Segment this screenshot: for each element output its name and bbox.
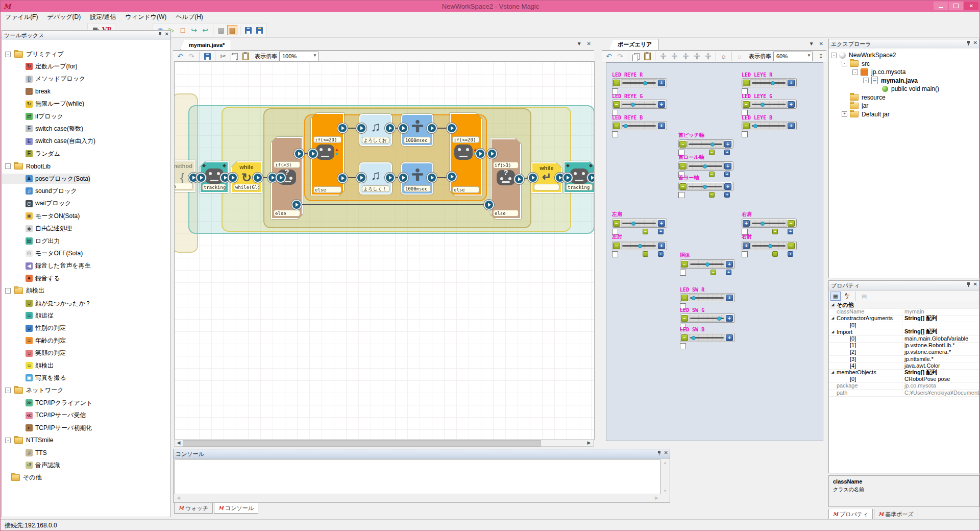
toolbox-item[interactable]: ▣写真を撮る bbox=[2, 373, 66, 383]
copy-pose-icon[interactable] bbox=[631, 51, 641, 61]
decrement-button[interactable]: − bbox=[681, 261, 688, 268]
pose-right-arm-icon[interactable] bbox=[680, 51, 691, 61]
apply-pose-icon[interactable]: ☼ bbox=[734, 51, 745, 61]
connector-port[interactable] bbox=[475, 149, 485, 159]
toolbox-group-3[interactable]: -ネットワーク bbox=[2, 385, 63, 396]
tab-list-dropdown-icon[interactable]: ▼ bbox=[809, 41, 814, 46]
toolbox-item[interactable]: ☺顔検出 bbox=[2, 360, 54, 371]
collapse-expander-icon[interactable]: - bbox=[842, 61, 847, 66]
cut-icon[interactable]: ✂ bbox=[218, 51, 228, 61]
slider-checkbox[interactable] bbox=[742, 251, 748, 257]
flow-diagram-canvas[interactable]: method{ntrackingwhile↻while(Glob?if(>3)e… bbox=[174, 61, 595, 440]
categorized-view-icon[interactable]: ▦ bbox=[830, 292, 841, 301]
editor-zoom-select[interactable]: 100% ▼ bbox=[279, 52, 318, 61]
property-value[interactable]: jp.nttsmile.* bbox=[902, 356, 979, 362]
toolbox-group-2[interactable]: -顔検出 bbox=[2, 286, 44, 296]
scroll-left-icon[interactable]: ◀ bbox=[175, 440, 182, 446]
decrement-button[interactable]: − bbox=[679, 163, 687, 170]
decrement-button[interactable]: − bbox=[613, 80, 620, 86]
slider-thumb[interactable] bbox=[761, 222, 765, 226]
slider-track[interactable] bbox=[750, 220, 787, 227]
connector-port[interactable] bbox=[398, 123, 408, 133]
connector-port[interactable] bbox=[385, 123, 395, 133]
toolbox-item[interactable]: ↺音声認識 bbox=[2, 460, 60, 470]
toolbox-item[interactable]: ≪TCP/IPサーバ受信 bbox=[2, 411, 86, 421]
explorer-item-jar[interactable]: jar bbox=[842, 102, 868, 110]
pin-icon[interactable] bbox=[657, 451, 661, 455]
toolbox-item[interactable]: ↻無限ループ(while) bbox=[2, 99, 84, 109]
property-value[interactable]: java.awt.Color bbox=[902, 363, 979, 369]
slider-track[interactable] bbox=[687, 140, 724, 148]
toolbox-item[interactable]: ◀録音した音声を再生 bbox=[2, 261, 91, 271]
toolbox-item[interactable]: ☺顔が見つかったか？ bbox=[2, 298, 91, 308]
slider-track[interactable] bbox=[750, 122, 787, 129]
fine-decrement-button[interactable]: − bbox=[643, 251, 648, 257]
pin-icon[interactable] bbox=[967, 41, 970, 45]
toolbox-item[interactable]: ↻定数ループ(for) bbox=[2, 61, 78, 71]
toolbox-item[interactable]: ◉モータON(Sota) bbox=[2, 211, 80, 221]
decrement-button[interactable]: − bbox=[613, 123, 620, 129]
toolbox-group-1[interactable]: -RobotLib bbox=[2, 161, 51, 172]
slider-thumb[interactable] bbox=[692, 336, 696, 340]
slider-thumb[interactable] bbox=[703, 164, 707, 168]
slider-checkbox[interactable] bbox=[742, 131, 748, 137]
expand-triangle-icon[interactable]: ◢ bbox=[829, 330, 837, 334]
pose-mirror-icon[interactable] bbox=[703, 51, 713, 61]
pose-left-arm-icon[interactable] bbox=[692, 51, 702, 61]
collapse-expander-icon[interactable]: - bbox=[852, 69, 858, 75]
save-as-icon[interactable] bbox=[254, 25, 264, 35]
decrement-button[interactable]: − bbox=[743, 123, 750, 129]
fine-decrement-button[interactable]: − bbox=[710, 270, 716, 275]
slider-checkbox[interactable] bbox=[612, 251, 618, 257]
decrement-button[interactable]: − bbox=[681, 295, 688, 301]
slider-thumb[interactable] bbox=[768, 244, 772, 248]
increment-button[interactable]: + bbox=[726, 295, 733, 301]
slider-track[interactable] bbox=[750, 101, 787, 108]
increment-button[interactable]: + bbox=[726, 334, 733, 341]
connector-port[interactable] bbox=[356, 123, 366, 133]
tab-properties[interactable]: Mプロパティ bbox=[828, 509, 873, 520]
redo-icon[interactable]: ↷ bbox=[615, 51, 625, 61]
decrement-button[interactable]: − bbox=[681, 315, 688, 322]
connector-port[interactable] bbox=[587, 173, 595, 183]
undo-icon[interactable]: ↶ bbox=[604, 51, 614, 61]
toolbox-item[interactable]: Eswitch case(自由入力) bbox=[2, 136, 95, 147]
toolbox-item[interactable]: ≫TCP/IPクライアント bbox=[2, 398, 92, 408]
expand-triangle-icon[interactable]: ◢ bbox=[829, 303, 837, 307]
slider-thumb[interactable] bbox=[624, 124, 628, 128]
toolbox-item[interactable]: ◆自由記述処理 bbox=[2, 224, 72, 234]
decrement-button[interactable]: − bbox=[788, 220, 795, 227]
close-tab-icon[interactable]: ✕ bbox=[819, 41, 823, 46]
increment-button[interactable]: + bbox=[658, 123, 665, 129]
tab-console[interactable]: Mコンソール bbox=[214, 503, 258, 514]
increment-button[interactable]: + bbox=[743, 220, 750, 227]
stop-icon[interactable]: □ bbox=[178, 25, 188, 35]
slider-thumb[interactable] bbox=[705, 262, 709, 267]
toolbox-item[interactable]: ♫soundブロック bbox=[2, 186, 77, 196]
increment-button[interactable]: + bbox=[743, 243, 750, 249]
fine-decrement-button[interactable]: − bbox=[709, 192, 715, 198]
fine-increment-button[interactable]: + bbox=[724, 192, 730, 198]
collapse-expander-icon[interactable]: - bbox=[5, 288, 11, 294]
decrement-button[interactable]: − bbox=[613, 243, 620, 249]
minimize-button[interactable] bbox=[934, 2, 948, 10]
pin-icon[interactable] bbox=[158, 32, 162, 37]
toolbox-item[interactable]: {}メソッドブロック bbox=[2, 74, 85, 84]
increment-button[interactable]: + bbox=[658, 243, 665, 249]
console-output[interactable] bbox=[175, 460, 660, 494]
connector-port[interactable] bbox=[196, 173, 206, 183]
explorer-item-mymain-java[interactable]: -mymain.java bbox=[863, 77, 918, 85]
toolbox-item[interactable]: ◐TCP/IPサーバ初期化 bbox=[2, 423, 92, 433]
slider-thumb[interactable] bbox=[717, 317, 721, 321]
undo-icon[interactable]: ↶ bbox=[175, 51, 185, 61]
explorer-item-src[interactable]: -src bbox=[842, 60, 870, 68]
console-vscrollbar[interactable]: ▲▼ bbox=[662, 460, 669, 494]
close-panel-icon[interactable]: ✕ bbox=[664, 450, 668, 455]
tab-pose-area[interactable]: ポーズエリア bbox=[609, 39, 658, 50]
slider-checkbox[interactable] bbox=[680, 343, 686, 349]
decrement-button[interactable]: − bbox=[679, 141, 687, 148]
slider-thumb[interactable] bbox=[771, 81, 775, 85]
property-row[interactable]: pathC:¥Users¥enokiya¥Documents bbox=[829, 389, 979, 397]
increment-button[interactable]: + bbox=[724, 163, 731, 170]
save-icon[interactable] bbox=[243, 25, 253, 35]
